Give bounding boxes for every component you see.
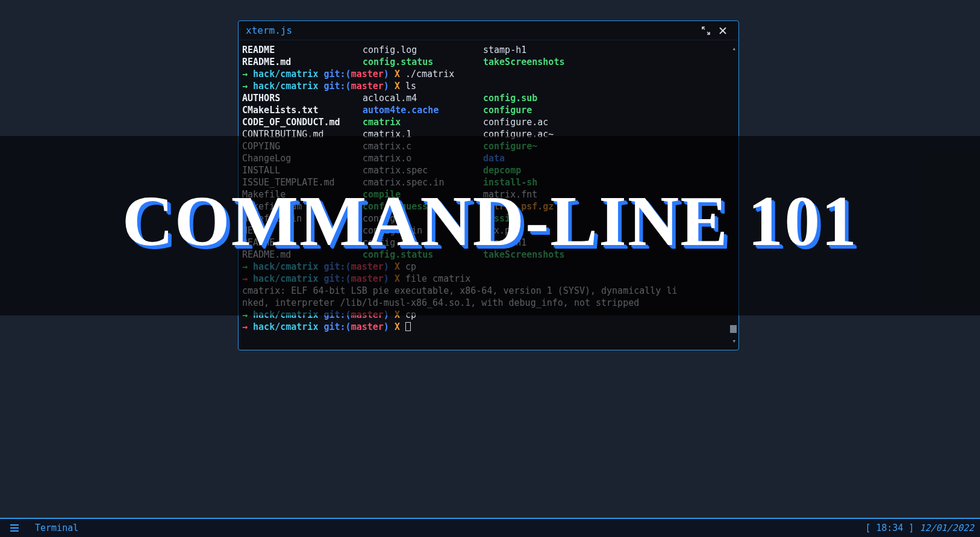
taskbar: Terminal [ 18:34 ] 12/01/2022: [0, 518, 980, 537]
scroll-down-icon[interactable]: ▾: [732, 335, 736, 347]
scrollbar-thumb[interactable]: [730, 325, 737, 333]
titlebar[interactable]: xterm.js: [239, 21, 738, 40]
clock-time: 18:34: [876, 523, 903, 533]
terminal-line: → hack/cmatrix git:(master) X ./cmatrix: [242, 68, 732, 80]
terminal-line: CMakeLists.txtautom4te.cacheconfigure: [242, 104, 732, 116]
terminal-line: CODE_OF_CONDUCT.mdcmatrixconfigure.ac: [242, 116, 732, 128]
overlay-title: COMMAND-LINE 101: [0, 181, 980, 262]
scroll-up-icon[interactable]: ▴: [732, 43, 736, 55]
window-title: xterm.js: [246, 25, 698, 36]
taskbar-app[interactable]: Terminal: [35, 523, 78, 533]
cursor: [405, 322, 411, 331]
terminal-line: AUTHORSaclocal.m4config.sub: [242, 92, 732, 104]
clock-date: 12/01/2022: [920, 523, 974, 533]
taskbar-clock: [ 18:34 ] 12/01/2022: [865, 523, 974, 533]
terminal-line: README.mdconfig.statustakeScreenshots: [242, 56, 732, 68]
terminal-line: READMEconfig.logstamp-h1: [242, 44, 732, 56]
menu-icon[interactable]: [6, 524, 23, 532]
close-icon[interactable]: [714, 22, 731, 39]
fullscreen-icon[interactable]: [698, 22, 714, 39]
terminal-line: → hack/cmatrix git:(master) X: [242, 321, 732, 333]
terminal-line: → hack/cmatrix git:(master) X ls: [242, 80, 732, 92]
